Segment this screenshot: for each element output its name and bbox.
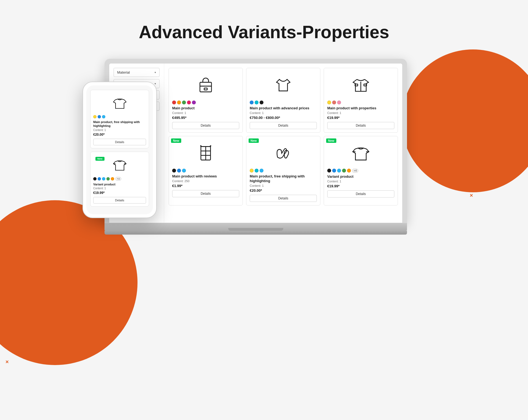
product-price: €19.99* (327, 116, 394, 120)
color-dot (187, 101, 191, 104)
color-swatch-list (172, 169, 239, 173)
phone-device: Main product, free shipping with highlig… (82, 82, 157, 218)
details-button[interactable]: Details (172, 190, 239, 197)
new-badge: New (249, 138, 259, 143)
color-dot (260, 169, 263, 173)
color-dot (98, 177, 101, 180)
product-card: Main product with properties Content: 1 … (324, 68, 398, 133)
color-dot (182, 101, 186, 104)
details-button[interactable]: Details (327, 190, 394, 198)
product-content: Content: 1 (250, 184, 317, 187)
color-swatch-list (250, 101, 317, 104)
product-content: Content: 1 (327, 180, 394, 183)
product-name: Main product with reviews (172, 174, 239, 179)
product-price: €20.00* (93, 133, 146, 137)
bg-x-1: × (8, 309, 12, 316)
details-button[interactable]: Details (172, 122, 239, 129)
product-price: €19.99* (93, 191, 146, 195)
color-dot (327, 169, 331, 173)
filter-material[interactable]: Material ▾ (114, 68, 160, 77)
color-swatch-list (327, 101, 394, 104)
color-dot (102, 115, 105, 118)
product-name: Main product with properties (327, 106, 394, 111)
color-dot (332, 101, 336, 104)
color-dot (337, 101, 341, 104)
color-dot (93, 115, 97, 118)
product-price: €495.95* (172, 116, 239, 120)
new-badge: New (95, 157, 105, 161)
color-dot (172, 101, 176, 104)
more-badge: +4 (115, 177, 121, 181)
product-image (327, 140, 394, 167)
color-dot (172, 169, 176, 173)
details-button[interactable]: Details (93, 139, 146, 145)
color-dot (342, 169, 346, 173)
product-card: New Main product, free shipping with hig… (246, 136, 320, 205)
product-content: Content: 1 (250, 111, 317, 115)
bg-x-2: × (6, 359, 9, 365)
product-image (172, 71, 239, 99)
color-dot (250, 169, 254, 173)
color-dot (102, 177, 105, 180)
laptop-base (105, 223, 407, 231)
color-dot (98, 115, 101, 118)
more-badge: +4 (352, 169, 358, 173)
product-image (172, 140, 239, 167)
product-content: Content: 1 (93, 187, 146, 190)
color-swatch-list (250, 169, 317, 173)
color-swatch-list: +4 (327, 169, 394, 173)
color-swatch-list: +4 (93, 177, 146, 181)
laptop-feet (105, 231, 407, 235)
details-button[interactable]: Details (327, 122, 394, 129)
product-price: €750.00 - €800.00* (250, 116, 317, 120)
product-name: Main product with advanced prices (250, 106, 317, 111)
color-dot (255, 101, 258, 104)
color-swatch-list (172, 101, 239, 104)
product-name: Variant product (93, 182, 146, 186)
phone-product-card: New +4 Variant product Content: 1 €19.99… (90, 152, 149, 207)
product-price: €19.99* (327, 184, 394, 188)
color-dot (192, 101, 196, 104)
svg-rect-2 (204, 88, 207, 90)
page-title: Advanced Variants-Properties (0, 0, 528, 59)
product-card: Main product with advanced prices Conten… (246, 68, 320, 133)
product-content: Content: 1 (93, 129, 146, 132)
product-image (250, 140, 317, 167)
product-content: Content: 250 (172, 179, 239, 183)
product-grid: Main product Content: 1 €495.95* Details… (169, 68, 398, 205)
product-image (93, 93, 146, 113)
color-dot (182, 169, 186, 173)
product-content: Content: 1 (172, 111, 239, 115)
content-area: Material ▾ Ingredients ▾ Price ▾ (0, 59, 528, 235)
phone-frame: Main product, free shipping with highlig… (82, 82, 157, 218)
product-price: €1.99* (172, 184, 239, 188)
color-dot (327, 101, 331, 104)
color-dot (177, 169, 181, 173)
product-image (327, 71, 394, 99)
product-card: New Main product with reviews Content: 2… (169, 136, 243, 205)
bg-dot-3 (16, 279, 20, 283)
product-name: Variant product (327, 174, 394, 179)
details-button[interactable]: Details (250, 122, 317, 129)
details-button[interactable]: Details (250, 195, 317, 202)
product-name: Main product (172, 106, 239, 111)
phone-screen: Main product, free shipping with highlig… (86, 85, 153, 214)
new-badge: New (171, 138, 181, 143)
product-name: Main product, free shipping with highlig… (93, 120, 146, 128)
color-dot (260, 101, 263, 104)
color-dot (250, 101, 254, 104)
details-button[interactable]: Details (93, 197, 146, 204)
product-name: Main product, free shipping with highlig… (250, 174, 317, 183)
color-dot (255, 169, 258, 173)
color-dot (347, 169, 351, 173)
new-badge: New (326, 138, 336, 143)
product-content: Content: 1 (327, 111, 394, 115)
product-card: New +4 Variant product Content: 1 €19.99… (324, 136, 398, 205)
color-dot (177, 101, 181, 104)
shop-products: Main product Content: 1 €495.95* Details… (164, 63, 402, 223)
chevron-down-icon: ▾ (155, 71, 156, 74)
color-dot (93, 177, 97, 180)
color-swatch-list (93, 115, 146, 118)
phone-product-card: Main product, free shipping with highlig… (90, 90, 149, 148)
product-card: Main product Content: 1 €495.95* Details (169, 68, 243, 133)
